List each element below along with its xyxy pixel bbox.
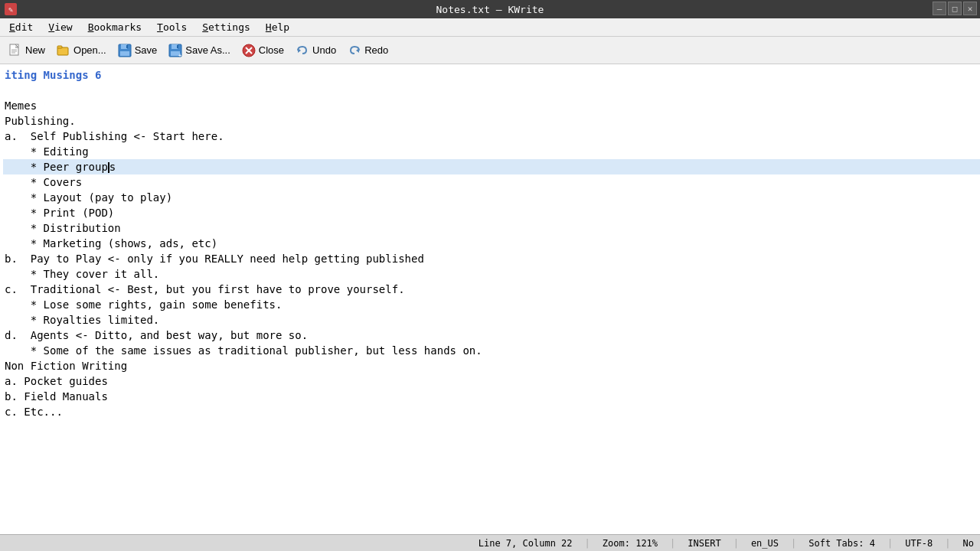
redo-label: Redo bbox=[364, 44, 388, 56]
open-button[interactable]: Open... bbox=[51, 39, 111, 62]
menu-bookmarks[interactable]: Bookmarks bbox=[82, 20, 148, 34]
svg-marker-18 bbox=[298, 48, 301, 53]
menu-settings[interactable]: Settings bbox=[196, 20, 256, 34]
editor-line: * Layout (pay to play) bbox=[3, 190, 980, 205]
editor-line: b. Field Manuals bbox=[3, 389, 980, 404]
editor-line: c. Etc... bbox=[3, 404, 980, 419]
toolbar: New Open... Save bbox=[0, 37, 980, 64]
editor-line: * Print (POD) bbox=[3, 205, 980, 220]
close-window-button[interactable]: ✕ bbox=[963, 2, 977, 15]
status-encoding: UTF-8 bbox=[905, 538, 933, 549]
save-icon bbox=[117, 43, 132, 58]
svg-rect-7 bbox=[121, 44, 127, 49]
editor-line: * Editing bbox=[3, 144, 980, 159]
editor-line bbox=[3, 419, 980, 435]
saveas-label: Save As... bbox=[185, 44, 230, 56]
undo-icon bbox=[295, 43, 310, 58]
svg-marker-19 bbox=[356, 48, 359, 53]
open-icon bbox=[56, 43, 71, 58]
saveas-button[interactable]: + Save As... bbox=[163, 39, 235, 62]
close-icon bbox=[241, 43, 256, 58]
new-icon bbox=[8, 43, 23, 58]
app-icon: ✎ bbox=[5, 3, 17, 15]
editor-line: * They cover it all. bbox=[3, 266, 980, 282]
menu-tools[interactable]: Tools bbox=[151, 20, 193, 34]
editor-container: iting Musings 6 MemesPublishing.a. Self … bbox=[0, 64, 980, 534]
editor-line: c. Traditional <- Best, but you first ha… bbox=[3, 282, 980, 297]
undo-button[interactable]: Undo bbox=[290, 39, 341, 62]
editor-line: * Royalties limited. bbox=[3, 312, 980, 328]
editor-line: * Covers bbox=[3, 174, 980, 190]
menu-view[interactable]: View bbox=[42, 20, 78, 34]
editor-line bbox=[3, 83, 980, 98]
title-bar: ✎ Notes.txt — KWrite — □ ✕ bbox=[0, 0, 980, 18]
editor-line: * Some of the same issues as traditional… bbox=[3, 343, 980, 358]
close-button[interactable]: Close bbox=[237, 39, 289, 62]
editor-line: * Marketing (shows, ads, etc) bbox=[3, 236, 980, 251]
editor-line: Non Fiction Writing bbox=[3, 358, 980, 373]
svg-rect-5 bbox=[57, 46, 62, 48]
new-button[interactable]: New bbox=[3, 39, 50, 62]
redo-icon bbox=[347, 43, 362, 58]
editor-line: a. Pocket guides bbox=[3, 373, 980, 389]
window-controls: — □ ✕ bbox=[933, 2, 977, 15]
svg-rect-11 bbox=[172, 44, 178, 49]
svg-rect-8 bbox=[120, 51, 129, 56]
menu-help[interactable]: Help bbox=[260, 20, 296, 34]
editor-line-header: iting Musings 6 bbox=[3, 67, 980, 83]
close-label: Close bbox=[259, 44, 284, 56]
menu-edit[interactable]: Edit bbox=[3, 20, 39, 34]
open-label: Open... bbox=[74, 44, 106, 56]
save-button[interactable]: Save bbox=[113, 39, 162, 62]
status-bar: Line 7, Column 22 | Zoom: 121% | INSERT … bbox=[0, 534, 980, 551]
editor-line: a. Self Publishing <- Start here. bbox=[3, 129, 980, 144]
editor-line: d. Agents <- Ditto, and best way, but mo… bbox=[3, 328, 980, 343]
status-extra: No bbox=[963, 538, 974, 549]
undo-label: Undo bbox=[312, 44, 336, 56]
status-mode: INSERT bbox=[688, 538, 720, 549]
new-label: New bbox=[25, 44, 45, 56]
svg-rect-13 bbox=[177, 45, 178, 48]
redo-button[interactable]: Redo bbox=[342, 39, 393, 62]
status-zoom: Zoom: 121% bbox=[603, 538, 658, 549]
editor-line: Memes bbox=[3, 98, 980, 113]
svg-rect-9 bbox=[126, 45, 128, 48]
status-tabs: Soft Tabs: 4 bbox=[808, 538, 875, 549]
editor-line: * Distribution bbox=[3, 220, 980, 236]
editor[interactable]: iting Musings 6 MemesPublishing.a. Self … bbox=[0, 64, 980, 534]
menu-bar: Edit View Bookmarks Tools Settings Help bbox=[0, 18, 980, 37]
editor-line: * Lose some rights, gain some benefits. bbox=[3, 297, 980, 312]
minimize-button[interactable]: — bbox=[933, 2, 946, 15]
window-title: Notes.txt — KWrite bbox=[436, 4, 544, 15]
status-line-col: Line 7, Column 22 bbox=[479, 538, 573, 549]
saveas-icon: + bbox=[168, 43, 183, 58]
svg-text:+: + bbox=[178, 53, 181, 58]
editor-line: * Peer groups bbox=[3, 159, 980, 174]
editor-line: b. Pay to Play <- only if you REALLY nee… bbox=[3, 251, 980, 266]
maximize-button[interactable]: □ bbox=[948, 2, 962, 15]
save-label: Save bbox=[135, 44, 158, 56]
editor-line: Publishing. bbox=[3, 113, 980, 129]
status-locale: en_US bbox=[751, 538, 779, 549]
